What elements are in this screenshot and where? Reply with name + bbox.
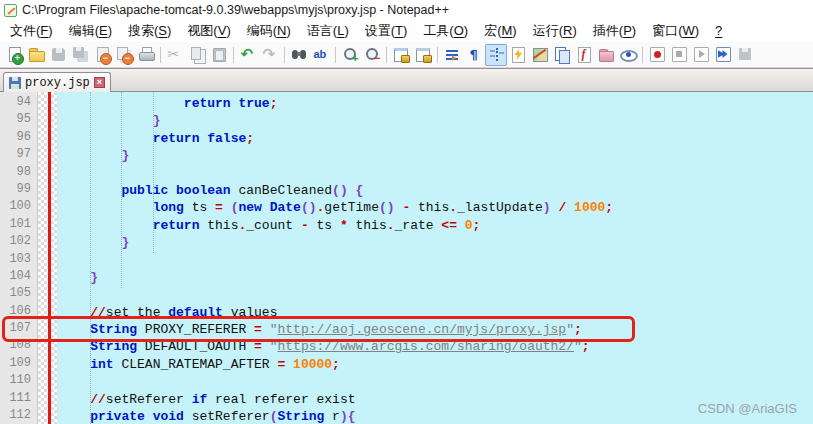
- code-line[interactable]: [57, 252, 813, 269]
- toolbar-separator: [160, 47, 161, 63]
- document-map-button[interactable]: [529, 44, 551, 66]
- macro-record-button[interactable]: [646, 44, 668, 66]
- toolbar-separator: [437, 47, 438, 63]
- sync-horizontal-button[interactable]: [412, 44, 434, 66]
- redo-button[interactable]: [259, 44, 281, 66]
- code-line[interactable]: String PROXY_REFERER = "http://aoj.geosc…: [57, 321, 813, 338]
- code-line[interactable]: }: [57, 234, 813, 251]
- line-number: 106: [0, 304, 37, 321]
- code-line[interactable]: }: [57, 269, 813, 286]
- cut-button[interactable]: [164, 44, 186, 66]
- line-number: 107: [0, 321, 37, 338]
- line-number: 108: [0, 338, 37, 355]
- indent-guide-icon: [488, 46, 505, 63]
- print-button[interactable]: [135, 44, 157, 66]
- tab-label: proxy.jsp: [25, 76, 90, 90]
- menu-window[interactable]: 窗口(W): [644, 20, 707, 42]
- menu-run[interactable]: 运行(R): [525, 20, 585, 42]
- monitoring-icon: [620, 46, 637, 63]
- copy-icon: [189, 46, 206, 63]
- menu-settings[interactable]: 设置(T): [357, 20, 416, 42]
- code-line[interactable]: [57, 286, 813, 303]
- print-icon: [138, 46, 155, 63]
- macro-play-icon: [693, 46, 710, 63]
- sync-vertical-button[interactable]: [390, 44, 412, 66]
- code-line[interactable]: }: [57, 147, 813, 164]
- function-list-icon: [576, 46, 593, 63]
- word-wrap-button[interactable]: [441, 44, 463, 66]
- tab-saved-state-icon: [9, 77, 21, 89]
- document-list-icon: [554, 46, 571, 63]
- menu-search[interactable]: 搜索(S): [120, 20, 179, 42]
- document-list-button[interactable]: [551, 44, 573, 66]
- macro-stop-button[interactable]: [668, 44, 690, 66]
- code-line[interactable]: return true;: [57, 95, 813, 112]
- tab-close-icon[interactable]: [94, 77, 105, 88]
- menu-tools[interactable]: 工具(O): [415, 20, 476, 42]
- new-file-button[interactable]: [3, 44, 25, 66]
- menu-plugins[interactable]: 插件(P): [585, 20, 644, 42]
- code-line[interactable]: }: [57, 112, 813, 129]
- redo-icon: [262, 46, 279, 63]
- find-button[interactable]: [288, 44, 310, 66]
- code-line[interactable]: //set the default values: [57, 304, 813, 321]
- macro-run-button[interactable]: [712, 44, 734, 66]
- copy-button[interactable]: [186, 44, 208, 66]
- notepadpp-app-icon: [4, 4, 17, 17]
- menu-macro[interactable]: 宏(M): [476, 20, 525, 42]
- line-number: 95: [0, 112, 37, 129]
- macro-play-button[interactable]: [690, 44, 712, 66]
- macro-run-icon: [715, 46, 732, 63]
- window-title: C:\Program Files\apache-tomcat-9.0.39\we…: [22, 3, 449, 17]
- code-line[interactable]: [57, 165, 813, 182]
- code-area[interactable]: return true; } return false; } public bo…: [57, 92, 813, 424]
- close-all-button[interactable]: [113, 44, 135, 66]
- folder-as-workspace-icon: [598, 46, 615, 63]
- bookmark-margin[interactable]: [38, 92, 48, 424]
- macro-save-button[interactable]: [734, 44, 756, 66]
- line-number: 97: [0, 147, 37, 164]
- menu-encoding[interactable]: 编码(N): [239, 20, 299, 42]
- folder-as-workspace-button[interactable]: [595, 44, 617, 66]
- code-line[interactable]: String DEFAULT_OAUTH = "https://www.arcg…: [57, 338, 813, 355]
- paste-button[interactable]: [208, 44, 230, 66]
- menu-file[interactable]: 文件(F): [2, 20, 61, 42]
- code-line[interactable]: return false;: [57, 130, 813, 147]
- line-number: 102: [0, 234, 37, 251]
- cut-icon: [167, 46, 184, 63]
- indent-guide-button[interactable]: [485, 44, 507, 66]
- undo-icon: [240, 46, 257, 63]
- menu-language[interactable]: 语言(L): [299, 20, 357, 42]
- watermark: CSDN @AriaGIS: [698, 401, 797, 416]
- zoom-in-button[interactable]: [339, 44, 361, 66]
- show-all-characters-button[interactable]: [463, 44, 485, 66]
- tab-proxy-jsp[interactable]: proxy.jsp: [3, 72, 111, 92]
- monitoring-button[interactable]: [617, 44, 639, 66]
- paste-icon: [211, 46, 228, 63]
- line-number-gutter[interactable]: 9495969798991001011021031041051061071081…: [0, 92, 38, 424]
- macro-save-icon: [737, 46, 754, 63]
- code-line[interactable]: return this._count - ts * this._rate <= …: [57, 217, 813, 234]
- line-number: 98: [0, 165, 37, 182]
- code-line[interactable]: public boolean canBeCleaned() {: [57, 182, 813, 199]
- zoom-out-button[interactable]: [361, 44, 383, 66]
- menu-bar: 文件(F)编辑(E)搜索(S)视图(V)编码(N)语言(L)设置(T)工具(O)…: [0, 20, 813, 42]
- toolbar-separator: [284, 47, 285, 63]
- save-button[interactable]: [47, 44, 69, 66]
- save-all-button[interactable]: [69, 44, 91, 66]
- code-line[interactable]: int CLEAN_RATEMAP_AFTER = 10000;: [57, 356, 813, 373]
- menu-view[interactable]: 视图(V): [179, 20, 238, 42]
- menu-help[interactable]: ?: [707, 20, 730, 42]
- user-defined-language-button[interactable]: [507, 44, 529, 66]
- code-line[interactable]: long ts = (new Date().getTime() - this._…: [57, 199, 813, 216]
- sync-horizontal-icon: [415, 46, 432, 63]
- open-file-button[interactable]: [25, 44, 47, 66]
- toolbar: [0, 42, 813, 68]
- replace-button[interactable]: [310, 44, 332, 66]
- close-button[interactable]: [91, 44, 113, 66]
- undo-button[interactable]: [237, 44, 259, 66]
- menu-edit[interactable]: 编辑(E): [61, 20, 120, 42]
- code-line[interactable]: [57, 373, 813, 390]
- title-bar: C:\Program Files\apache-tomcat-9.0.39\we…: [0, 0, 813, 20]
- function-list-button[interactable]: [573, 44, 595, 66]
